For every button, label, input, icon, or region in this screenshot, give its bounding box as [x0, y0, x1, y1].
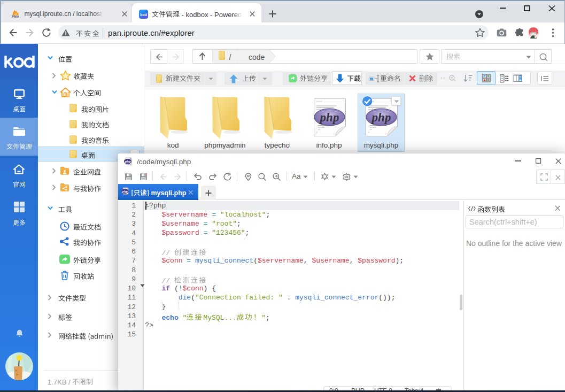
svg-text:php: php: [370, 111, 391, 124]
svg-text:kod: kod: [140, 12, 146, 16]
svg-text:php: php: [124, 159, 130, 163]
svg-text:php: php: [319, 111, 339, 124]
svg-text:php: php: [122, 189, 128, 193]
svg-text:PMA: PMA: [12, 15, 19, 18]
